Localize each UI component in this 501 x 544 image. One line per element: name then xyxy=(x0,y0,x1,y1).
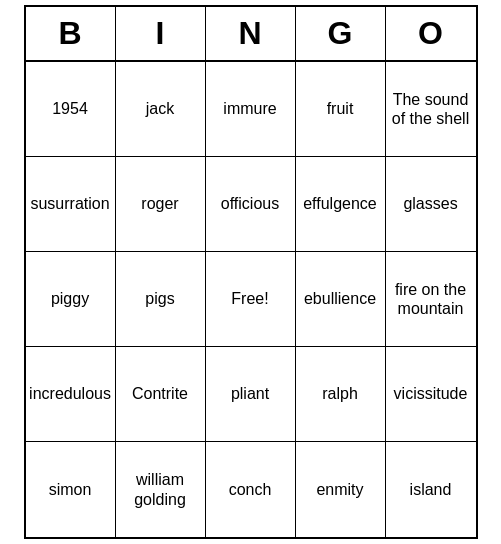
cell-text-1: jack xyxy=(146,99,174,118)
bingo-cell-10: piggy xyxy=(26,252,116,347)
bingo-cell-24: island xyxy=(386,442,476,537)
cell-text-24: island xyxy=(410,480,452,499)
bingo-cell-6: roger xyxy=(116,157,206,252)
bingo-cell-14: fire on the mountain xyxy=(386,252,476,347)
bingo-cell-1: jack xyxy=(116,62,206,157)
cell-text-20: simon xyxy=(49,480,92,499)
cell-text-9: glasses xyxy=(403,194,457,213)
header-letter-n: N xyxy=(206,7,296,60)
bingo-grid: 1954jackimmurefruitThe sound of the shel… xyxy=(26,62,476,537)
cell-text-11: pigs xyxy=(145,289,174,308)
cell-text-8: effulgence xyxy=(303,194,377,213)
bingo-cell-19: vicissitude xyxy=(386,347,476,442)
bingo-cell-16: Contrite xyxy=(116,347,206,442)
bingo-cell-15: incredulous xyxy=(26,347,116,442)
cell-text-2: immure xyxy=(223,99,276,118)
bingo-cell-21: william golding xyxy=(116,442,206,537)
cell-text-21: william golding xyxy=(122,470,199,508)
cell-text-22: conch xyxy=(229,480,272,499)
cell-text-18: ralph xyxy=(322,384,358,403)
cell-text-12: Free! xyxy=(231,289,268,308)
bingo-cell-8: effulgence xyxy=(296,157,386,252)
bingo-cell-3: fruit xyxy=(296,62,386,157)
cell-text-7: officious xyxy=(221,194,279,213)
bingo-header: BINGO xyxy=(26,7,476,62)
header-letter-o: O xyxy=(386,7,476,60)
header-letter-g: G xyxy=(296,7,386,60)
bingo-cell-9: glasses xyxy=(386,157,476,252)
bingo-cell-7: officious xyxy=(206,157,296,252)
bingo-cell-4: The sound of the shell xyxy=(386,62,476,157)
cell-text-4: The sound of the shell xyxy=(392,90,470,128)
bingo-cell-2: immure xyxy=(206,62,296,157)
bingo-cell-23: enmity xyxy=(296,442,386,537)
cell-text-6: roger xyxy=(141,194,178,213)
cell-text-14: fire on the mountain xyxy=(392,280,470,318)
bingo-cell-12: Free! xyxy=(206,252,296,347)
bingo-cell-20: simon xyxy=(26,442,116,537)
cell-text-15: incredulous xyxy=(29,384,111,403)
header-letter-b: B xyxy=(26,7,116,60)
bingo-cell-22: conch xyxy=(206,442,296,537)
cell-text-17: pliant xyxy=(231,384,269,403)
cell-text-10: piggy xyxy=(51,289,89,308)
header-letter-i: I xyxy=(116,7,206,60)
bingo-cell-0: 1954 xyxy=(26,62,116,157)
bingo-cell-17: pliant xyxy=(206,347,296,442)
bingo-cell-18: ralph xyxy=(296,347,386,442)
cell-text-3: fruit xyxy=(327,99,354,118)
bingo-cell-5: susurration xyxy=(26,157,116,252)
cell-text-5: susurration xyxy=(30,194,109,213)
bingo-cell-13: ebullience xyxy=(296,252,386,347)
cell-text-13: ebullience xyxy=(304,289,376,308)
cell-text-0: 1954 xyxy=(52,99,88,118)
cell-text-23: enmity xyxy=(316,480,363,499)
cell-text-16: Contrite xyxy=(132,384,188,403)
cell-text-19: vicissitude xyxy=(394,384,468,403)
bingo-cell-11: pigs xyxy=(116,252,206,347)
bingo-card: BINGO 1954jackimmurefruitThe sound of th… xyxy=(24,5,478,539)
